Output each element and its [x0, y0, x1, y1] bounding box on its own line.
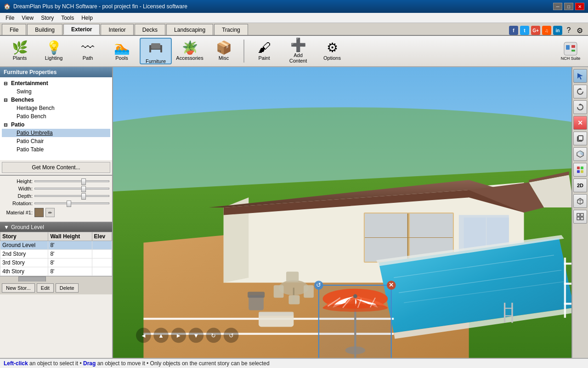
3d-viewport[interactable]: ↺ ✕ ⤡ ◄ ▲ ► ▼ ↻ ↺ — [113, 67, 571, 358]
rotate-left-button[interactable] — [573, 85, 587, 98]
height-slider[interactable] — [34, 180, 109, 182]
toolbar-options[interactable]: ⚙ Options — [316, 38, 348, 64]
linkedin-icon[interactable]: in — [553, 26, 562, 35]
lighting-label: Lighting — [45, 55, 63, 61]
tab-interior[interactable]: Interior — [101, 24, 133, 35]
help-icon[interactable]: ? — [564, 26, 573, 35]
ground-scrollbar[interactable] — [0, 276, 112, 282]
tab-building[interactable]: Building — [27, 24, 62, 35]
status-click: Left-click — [4, 360, 28, 367]
toolbar-paint[interactable]: 🖌 Paint — [248, 38, 280, 64]
menu-file[interactable]: File — [2, 14, 18, 22]
cursor-tool-button[interactable] — [573, 69, 587, 83]
toolbar-add-content[interactable]: ➕ Add Content — [282, 38, 314, 64]
path-icon: 〰 — [81, 41, 94, 54]
menu-tools[interactable]: Tools — [57, 14, 78, 22]
close-button[interactable]: ✕ — [575, 3, 584, 10]
material-edit-button[interactable]: ✏ — [45, 208, 55, 217]
toolbar-path[interactable]: 〰 Path — [72, 38, 104, 64]
expand-entertainment[interactable]: ⊟ — [4, 81, 9, 86]
settings-icon[interactable]: ⚙ — [575, 26, 584, 35]
tree-patio-table[interactable]: Patio Table — [2, 145, 110, 154]
expand-benches[interactable]: ⊟ — [4, 98, 9, 103]
toolbar-misc[interactable]: 📦 Misc — [208, 38, 240, 64]
tree-swing[interactable]: Swing — [2, 87, 110, 96]
3d-view-button[interactable] — [573, 194, 587, 208]
width-label: Width: — [3, 186, 33, 191]
heritage-bench-label: Heritage Bench — [17, 105, 55, 111]
swing-label: Swing — [17, 88, 32, 95]
toolbar-accessories[interactable]: 🪴 Accessories — [174, 38, 206, 64]
tree-patio-chair[interactable]: Patio Chair — [2, 137, 110, 145]
misc-icon: 📦 — [216, 41, 232, 54]
table-row[interactable]: 2nd Story 8' — [0, 250, 112, 259]
new-story-button[interactable]: New Stor... — [2, 283, 35, 293]
depth-slider[interactable] — [34, 195, 109, 197]
width-slider[interactable] — [34, 188, 109, 190]
facebook-icon[interactable]: f — [509, 26, 518, 35]
expand-patio[interactable]: ⊟ — [4, 122, 9, 127]
svg-rect-37 — [504, 308, 513, 309]
ground-title-bar[interactable]: ▼ Ground Level — [0, 223, 112, 232]
svg-rect-8 — [571, 45, 575, 48]
elev-value — [92, 250, 112, 259]
tab-file[interactable]: File — [2, 24, 26, 35]
canvas[interactable]: ↺ ✕ ⤡ ◄ ▲ ► ▼ ↻ ↺ — [113, 67, 571, 358]
rotation-slider[interactable] — [34, 202, 109, 204]
copy-button[interactable] — [573, 132, 587, 145]
accessories-icon: 🪴 — [182, 41, 198, 54]
google-plus-icon[interactable]: G+ — [531, 26, 540, 35]
svg-rect-90 — [578, 136, 583, 140]
width-thumb[interactable] — [81, 186, 86, 192]
toolbar-plants[interactable]: 🌿 Plants — [4, 38, 36, 64]
svg-rect-95 — [577, 167, 580, 169]
toolbar: 🌿 Plants 💡 Lighting 〰 Path 🏊 Pools Furni… — [0, 36, 588, 67]
tab-decks[interactable]: Decks — [135, 24, 165, 35]
3d-object-button[interactable] — [573, 147, 587, 161]
soundcloud-icon[interactable]: ♫ — [542, 26, 551, 35]
get-more-content-button[interactable]: Get More Content... — [2, 162, 110, 173]
minimize-button[interactable]: ─ — [553, 3, 562, 10]
tree-patio[interactable]: ⊟ Patio — [2, 121, 110, 129]
svg-point-66 — [353, 294, 357, 299]
tab-landscaping[interactable]: Landscaping — [166, 24, 213, 35]
delete-button[interactable]: Delete — [56, 283, 79, 293]
table-row[interactable]: 3rd Story 8' — [0, 259, 112, 267]
table-row[interactable]: 4th Story 8' — [0, 267, 112, 276]
twitter-icon[interactable]: t — [520, 26, 529, 35]
tree-patio-bench[interactable]: Patio Bench — [2, 112, 110, 121]
maximize-button[interactable]: □ — [564, 3, 573, 10]
delete-tool-button[interactable]: ✕ — [573, 116, 587, 130]
depth-thumb[interactable] — [81, 193, 86, 200]
tree-container[interactable]: ⊟ Entertainment Swing ⊟ Benches Heritage… — [0, 77, 112, 160]
table-row[interactable]: Ground Level 8' — [0, 241, 112, 250]
tree-heritage-bench[interactable]: Heritage Bench — [2, 104, 110, 112]
height-thumb[interactable] — [81, 178, 86, 185]
grid-button[interactable] — [573, 210, 587, 224]
material-tool-button[interactable] — [573, 163, 587, 177]
material-color-swatch[interactable] — [34, 208, 44, 217]
menu-story[interactable]: Story — [37, 14, 57, 22]
toolbar-pools[interactable]: 🏊 Pools — [106, 38, 138, 64]
menu-help[interactable]: Help — [78, 14, 96, 22]
tab-exterior[interactable]: Exterior — [63, 24, 100, 35]
rotation-thumb[interactable] — [67, 201, 71, 207]
pools-label: Pools — [115, 55, 128, 61]
menu-view[interactable]: View — [18, 14, 37, 22]
tab-tracing[interactable]: Tracing — [214, 24, 248, 35]
svg-rect-43 — [564, 263, 571, 264]
tree-entertainment[interactable]: ⊟ Entertainment — [2, 79, 110, 87]
furniture-icon — [147, 39, 164, 58]
nch-suite[interactable]: NCH Suite — [557, 41, 584, 61]
toolbar-lighting[interactable]: 💡 Lighting — [38, 38, 70, 64]
svg-rect-103 — [581, 213, 583, 216]
edit-button[interactable]: Edit — [37, 283, 54, 293]
rotate-right-button[interactable] — [573, 100, 587, 114]
toolbar-furniture[interactable]: Furniture — [140, 38, 172, 64]
titlebar-title: DreamPlan Plus by NCH Software - pool pr… — [13, 3, 187, 10]
svg-rect-51 — [304, 285, 314, 298]
2d-view-button[interactable]: 2D — [573, 178, 587, 192]
ground-scrollbar-thumb[interactable] — [18, 276, 46, 282]
tree-patio-umbrella[interactable]: Patio Umbrella — [2, 129, 110, 137]
tree-benches[interactable]: ⊟ Benches — [2, 96, 110, 104]
